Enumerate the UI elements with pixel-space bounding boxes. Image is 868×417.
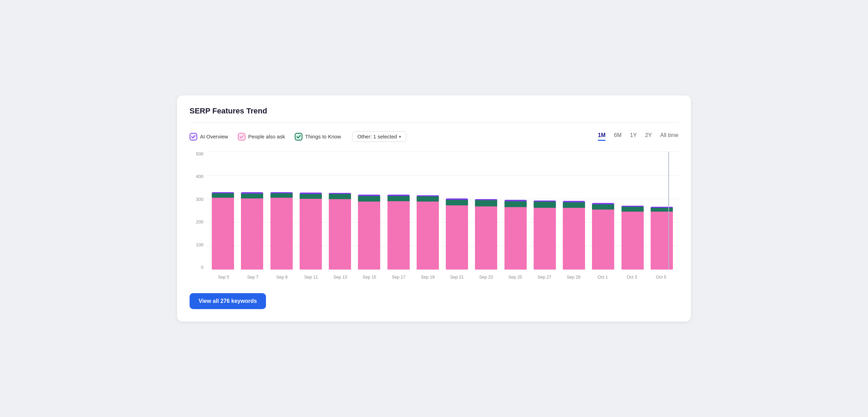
bar-segment-paa: [534, 208, 556, 270]
bar-segment-ttk: [241, 194, 263, 198]
bar-segment-ttk: [621, 207, 644, 212]
bar-segment-paa: [241, 198, 263, 270]
bar-group[interactable]: [326, 193, 354, 270]
bar-group[interactable]: [472, 199, 500, 270]
bar-segment-ttk: [329, 194, 351, 199]
bar-stack: [212, 192, 234, 270]
y-axis: 5004003002001000: [190, 152, 206, 270]
x-axis-label: Oct 5: [646, 275, 676, 280]
x-axis-label: Sep 5: [209, 275, 238, 280]
time-filter-1m[interactable]: 1M: [598, 132, 606, 141]
bar-segment-ttk: [417, 196, 439, 202]
bar-stack: [592, 203, 614, 270]
legend-checkbox-ai-overview: [190, 133, 197, 141]
bar-segment-ttk: [504, 201, 527, 207]
x-axis-label: Sep 21: [442, 275, 471, 280]
bar-group[interactable]: [560, 201, 588, 270]
bar-group[interactable]: [238, 192, 266, 270]
bar-segment-paa: [592, 210, 614, 270]
x-axis-label: Sep 7: [238, 275, 267, 280]
bar-segment-paa: [387, 201, 410, 270]
time-filter-6m[interactable]: 6M: [614, 132, 621, 141]
x-axis-label: Sep 27: [530, 275, 559, 280]
bar-segment-paa: [504, 207, 527, 270]
bar-stack: [504, 200, 527, 270]
bar-segment-paa: [358, 202, 380, 270]
x-axis-label: Sep 13: [326, 275, 355, 280]
y-axis-label: 100: [196, 242, 203, 247]
x-axis-label: Sep 19: [413, 275, 442, 280]
bar-group[interactable]: [209, 192, 237, 270]
bar-group[interactable]: [297, 193, 325, 270]
bar-stack: [300, 193, 322, 270]
bar-stack: [446, 198, 468, 270]
bar-stack: [621, 206, 644, 270]
legend-item-people-also-ask[interactable]: People also ask: [238, 133, 285, 141]
view-all-keywords-button[interactable]: View all 276 keywords: [190, 293, 266, 309]
x-axis-label: Sep 17: [384, 275, 413, 280]
other-dropdown-label: Other: 1 selected: [357, 134, 397, 139]
x-axis-label: Sep 29: [559, 275, 588, 280]
bar-segment-ttk: [592, 204, 614, 210]
time-filter-all[interactable]: All time: [660, 132, 678, 141]
bar-group[interactable]: [355, 195, 383, 270]
bar-stack: [475, 199, 497, 270]
bar-segment-ttk: [563, 202, 585, 208]
x-axis-label: Oct 3: [617, 275, 646, 280]
x-axis-label: Oct 1: [588, 275, 617, 280]
bar-segment-ttk: [212, 193, 234, 197]
bar-segment-paa: [563, 208, 585, 270]
bar-segment-paa: [270, 198, 293, 270]
legend-container: AI Overview People also ask Things to Kn…: [190, 133, 341, 141]
x-axis-label: Sep 23: [471, 275, 501, 280]
bar-stack: [241, 192, 263, 270]
x-labels: Sep 5Sep 7Sep 9Sep 11Sep 13Sep 15Sep 17S…: [206, 271, 678, 283]
bar-group[interactable]: [414, 195, 442, 270]
bar-segment-paa: [475, 206, 497, 270]
time-filters: 1M 6M 1Y 2Y All time: [598, 132, 678, 141]
bars-container: [206, 152, 678, 270]
bar-segment-paa: [651, 212, 673, 270]
y-axis-label: 200: [196, 220, 203, 224]
y-axis-label: 300: [196, 197, 203, 202]
bar-segment-ttk: [446, 200, 468, 205]
legend-label-things-to-know: Things to Know: [305, 134, 341, 139]
bar-segment-ttk: [387, 196, 410, 201]
bar-stack: [270, 192, 293, 270]
legend-item-things-to-know[interactable]: Things to Know: [295, 133, 341, 141]
y-axis-label: 0: [201, 265, 203, 270]
bar-segment-ttk: [534, 202, 556, 208]
bar-segment-paa: [446, 205, 468, 270]
serp-features-trend-card: SERP Features Trend AI Overview People a…: [177, 95, 691, 322]
bar-segment-ttk: [475, 200, 497, 206]
bar-group[interactable]: [648, 207, 676, 270]
bar-stack: [534, 201, 556, 270]
bar-segment-ttk: [300, 194, 322, 199]
legend-checkbox-people-also-ask: [238, 133, 245, 141]
legend-label-ai-overview: AI Overview: [200, 134, 228, 139]
chart-inner: [206, 152, 678, 270]
chart-area: 5004003002001000 Sep 5Sep 7Sep 9Sep 11Se…: [190, 152, 678, 283]
bar-group[interactable]: [531, 201, 559, 270]
bar-stack: [651, 207, 673, 270]
other-dropdown-button[interactable]: Other: 1 selected ▾: [352, 131, 406, 142]
page-title: SERP Features Trend: [190, 107, 678, 116]
chevron-down-icon: ▾: [399, 134, 401, 139]
controls-row: AI Overview People also ask Things to Kn…: [190, 131, 678, 142]
bar-segment-paa: [329, 199, 351, 270]
bar-group[interactable]: [443, 198, 471, 270]
bar-group[interactable]: [619, 206, 646, 270]
x-axis-label: Sep 9: [267, 275, 297, 280]
bar-group[interactable]: [502, 200, 529, 270]
bar-segment-paa: [300, 199, 322, 270]
x-axis-label: Sep 11: [297, 275, 326, 280]
bar-segment-ttk: [651, 208, 673, 212]
bar-group[interactable]: [385, 195, 412, 270]
bar-group[interactable]: [589, 203, 617, 270]
bar-stack: [417, 195, 439, 270]
legend-item-ai-overview[interactable]: AI Overview: [190, 133, 228, 141]
time-filter-1y[interactable]: 1Y: [630, 132, 637, 141]
bar-group[interactable]: [268, 192, 295, 270]
time-filter-2y[interactable]: 2Y: [645, 132, 652, 141]
bar-segment-ttk: [358, 196, 380, 202]
